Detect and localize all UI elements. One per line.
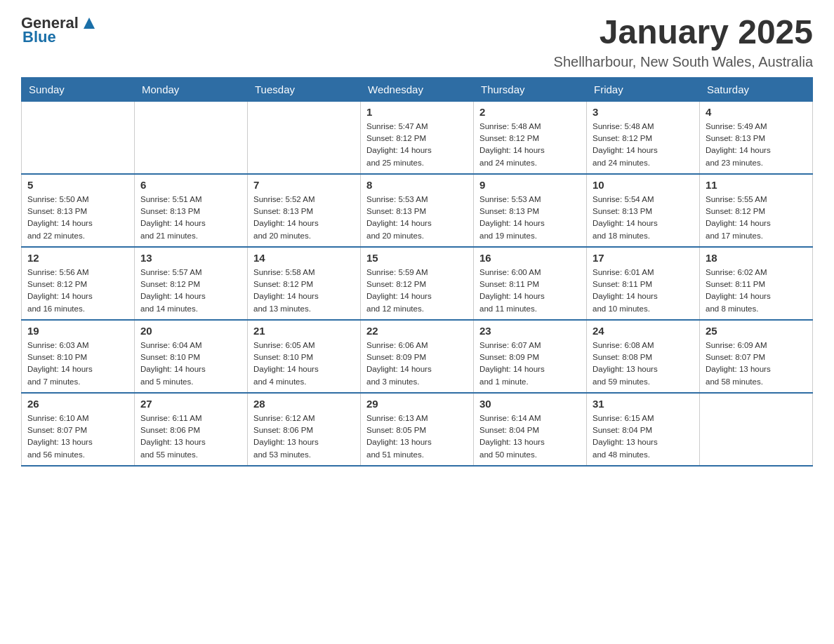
day-info: Sunrise: 6:06 AM Sunset: 8:09 PM Dayligh… xyxy=(366,340,468,388)
calendar-day-cell: 8Sunrise: 5:53 AM Sunset: 8:13 PM Daylig… xyxy=(361,174,474,247)
page-header: General Blue January 2025 Shellharbour, … xyxy=(21,14,813,70)
svg-marker-0 xyxy=(84,18,95,29)
day-info: Sunrise: 5:53 AM Sunset: 8:13 PM Dayligh… xyxy=(366,194,468,242)
calendar-day-cell: 26Sunrise: 6:10 AM Sunset: 8:07 PM Dayli… xyxy=(22,393,135,466)
day-info: Sunrise: 6:12 AM Sunset: 8:06 PM Dayligh… xyxy=(253,412,355,461)
calendar-day-cell: 7Sunrise: 5:52 AM Sunset: 8:13 PM Daylig… xyxy=(248,174,361,247)
calendar-day-cell: 27Sunrise: 6:11 AM Sunset: 8:06 PM Dayli… xyxy=(135,393,248,466)
calendar-day-cell xyxy=(22,101,135,174)
calendar-day-cell: 9Sunrise: 5:53 AM Sunset: 8:13 PM Daylig… xyxy=(474,174,587,247)
calendar-day-cell: 31Sunrise: 6:15 AM Sunset: 8:04 PM Dayli… xyxy=(587,393,700,466)
calendar-day-header: Wednesday xyxy=(361,77,474,101)
calendar-day-cell: 24Sunrise: 6:08 AM Sunset: 8:08 PM Dayli… xyxy=(587,320,700,393)
day-number: 14 xyxy=(253,252,355,264)
day-number: 5 xyxy=(27,179,128,191)
day-info: Sunrise: 6:00 AM Sunset: 8:11 PM Dayligh… xyxy=(479,267,581,315)
calendar-day-cell: 22Sunrise: 6:06 AM Sunset: 8:09 PM Dayli… xyxy=(361,320,474,393)
calendar-day-cell: 13Sunrise: 5:57 AM Sunset: 8:12 PM Dayli… xyxy=(135,247,248,320)
day-number: 30 xyxy=(479,398,581,410)
day-number: 15 xyxy=(366,252,468,264)
calendar-day-cell: 4Sunrise: 5:49 AM Sunset: 8:13 PM Daylig… xyxy=(700,101,813,174)
calendar-day-cell: 18Sunrise: 6:02 AM Sunset: 8:11 PM Dayli… xyxy=(700,247,813,320)
day-info: Sunrise: 6:01 AM Sunset: 8:11 PM Dayligh… xyxy=(593,267,694,315)
calendar-day-header: Saturday xyxy=(700,77,813,101)
day-info: Sunrise: 5:54 AM Sunset: 8:13 PM Dayligh… xyxy=(593,194,694,242)
day-number: 19 xyxy=(27,325,128,337)
calendar-day-cell: 16Sunrise: 6:00 AM Sunset: 8:11 PM Dayli… xyxy=(474,247,587,320)
logo: General Blue xyxy=(21,14,98,46)
day-info: Sunrise: 5:58 AM Sunset: 8:12 PM Dayligh… xyxy=(253,267,355,315)
day-number: 11 xyxy=(706,179,807,191)
calendar-day-cell: 30Sunrise: 6:14 AM Sunset: 8:04 PM Dayli… xyxy=(474,393,587,466)
calendar-day-cell: 2Sunrise: 5:48 AM Sunset: 8:12 PM Daylig… xyxy=(474,101,587,174)
day-info: Sunrise: 5:55 AM Sunset: 8:12 PM Dayligh… xyxy=(706,194,807,242)
calendar-day-cell: 29Sunrise: 6:13 AM Sunset: 8:05 PM Dayli… xyxy=(361,393,474,466)
calendar-day-cell: 20Sunrise: 6:04 AM Sunset: 8:10 PM Dayli… xyxy=(135,320,248,393)
calendar-day-cell: 17Sunrise: 6:01 AM Sunset: 8:11 PM Dayli… xyxy=(587,247,700,320)
calendar-week-row: 1Sunrise: 5:47 AM Sunset: 8:12 PM Daylig… xyxy=(22,101,813,174)
logo-blue-text: Blue xyxy=(22,28,56,46)
day-number: 4 xyxy=(706,106,807,118)
calendar-day-header: Thursday xyxy=(474,77,587,101)
calendar-day-cell: 1Sunrise: 5:47 AM Sunset: 8:12 PM Daylig… xyxy=(361,101,474,174)
day-number: 8 xyxy=(366,179,468,191)
calendar-day-cell: 10Sunrise: 5:54 AM Sunset: 8:13 PM Dayli… xyxy=(587,174,700,247)
calendar-day-cell: 15Sunrise: 5:59 AM Sunset: 8:12 PM Dayli… xyxy=(361,247,474,320)
day-number: 12 xyxy=(27,252,128,264)
day-info: Sunrise: 5:47 AM Sunset: 8:12 PM Dayligh… xyxy=(366,121,468,169)
calendar-day-cell: 11Sunrise: 5:55 AM Sunset: 8:12 PM Dayli… xyxy=(700,174,813,247)
calendar-day-header: Friday xyxy=(587,77,700,101)
calendar-day-cell: 19Sunrise: 6:03 AM Sunset: 8:10 PM Dayli… xyxy=(22,320,135,393)
calendar-day-cell: 28Sunrise: 6:12 AM Sunset: 8:06 PM Dayli… xyxy=(248,393,361,466)
title-section: January 2025 Shellharbour, New South Wal… xyxy=(554,14,813,70)
day-info: Sunrise: 6:04 AM Sunset: 8:10 PM Dayligh… xyxy=(140,340,241,388)
day-info: Sunrise: 6:10 AM Sunset: 8:07 PM Dayligh… xyxy=(27,412,128,461)
day-info: Sunrise: 5:48 AM Sunset: 8:12 PM Dayligh… xyxy=(593,121,694,169)
day-info: Sunrise: 5:52 AM Sunset: 8:13 PM Dayligh… xyxy=(253,194,355,242)
calendar-day-cell: 3Sunrise: 5:48 AM Sunset: 8:12 PM Daylig… xyxy=(587,101,700,174)
day-number: 20 xyxy=(140,325,241,337)
day-number: 9 xyxy=(479,179,581,191)
day-number: 27 xyxy=(140,398,241,410)
day-info: Sunrise: 6:15 AM Sunset: 8:04 PM Dayligh… xyxy=(593,412,694,461)
day-number: 25 xyxy=(706,325,807,337)
month-title: January 2025 xyxy=(554,14,813,51)
day-info: Sunrise: 6:03 AM Sunset: 8:10 PM Dayligh… xyxy=(27,340,128,388)
day-info: Sunrise: 6:13 AM Sunset: 8:05 PM Dayligh… xyxy=(366,412,468,461)
day-number: 28 xyxy=(253,398,355,410)
calendar-week-row: 12Sunrise: 5:56 AM Sunset: 8:12 PM Dayli… xyxy=(22,247,813,320)
day-info: Sunrise: 6:05 AM Sunset: 8:10 PM Dayligh… xyxy=(253,340,355,388)
day-number: 21 xyxy=(253,325,355,337)
calendar-day-header: Tuesday xyxy=(248,77,361,101)
day-info: Sunrise: 5:50 AM Sunset: 8:13 PM Dayligh… xyxy=(27,194,128,242)
day-info: Sunrise: 5:49 AM Sunset: 8:13 PM Dayligh… xyxy=(706,121,807,169)
day-number: 16 xyxy=(479,252,581,264)
calendar-day-cell: 21Sunrise: 6:05 AM Sunset: 8:10 PM Dayli… xyxy=(248,320,361,393)
day-info: Sunrise: 6:14 AM Sunset: 8:04 PM Dayligh… xyxy=(479,412,581,461)
location-subtitle: Shellharbour, New South Wales, Australia xyxy=(554,54,813,70)
logo-icon xyxy=(80,13,98,32)
calendar-day-cell xyxy=(248,101,361,174)
calendar-table: SundayMondayTuesdayWednesdayThursdayFrid… xyxy=(21,77,813,467)
day-info: Sunrise: 6:09 AM Sunset: 8:07 PM Dayligh… xyxy=(706,340,807,388)
calendar-week-row: 19Sunrise: 6:03 AM Sunset: 8:10 PM Dayli… xyxy=(22,320,813,393)
calendar-header-row: SundayMondayTuesdayWednesdayThursdayFrid… xyxy=(22,77,813,101)
day-info: Sunrise: 5:51 AM Sunset: 8:13 PM Dayligh… xyxy=(140,194,241,242)
day-info: Sunrise: 5:48 AM Sunset: 8:12 PM Dayligh… xyxy=(479,121,581,169)
day-number: 3 xyxy=(593,106,694,118)
calendar-day-cell xyxy=(135,101,248,174)
day-info: Sunrise: 5:56 AM Sunset: 8:12 PM Dayligh… xyxy=(27,267,128,315)
day-number: 18 xyxy=(706,252,807,264)
day-number: 22 xyxy=(366,325,468,337)
day-number: 7 xyxy=(253,179,355,191)
day-info: Sunrise: 5:57 AM Sunset: 8:12 PM Dayligh… xyxy=(140,267,241,315)
day-number: 29 xyxy=(366,398,468,410)
calendar-day-cell: 14Sunrise: 5:58 AM Sunset: 8:12 PM Dayli… xyxy=(248,247,361,320)
day-info: Sunrise: 5:59 AM Sunset: 8:12 PM Dayligh… xyxy=(366,267,468,315)
day-number: 1 xyxy=(366,106,468,118)
calendar-week-row: 26Sunrise: 6:10 AM Sunset: 8:07 PM Dayli… xyxy=(22,393,813,466)
day-number: 13 xyxy=(140,252,241,264)
day-info: Sunrise: 5:53 AM Sunset: 8:13 PM Dayligh… xyxy=(479,194,581,242)
calendar-day-cell: 6Sunrise: 5:51 AM Sunset: 8:13 PM Daylig… xyxy=(135,174,248,247)
calendar-day-cell: 23Sunrise: 6:07 AM Sunset: 8:09 PM Dayli… xyxy=(474,320,587,393)
